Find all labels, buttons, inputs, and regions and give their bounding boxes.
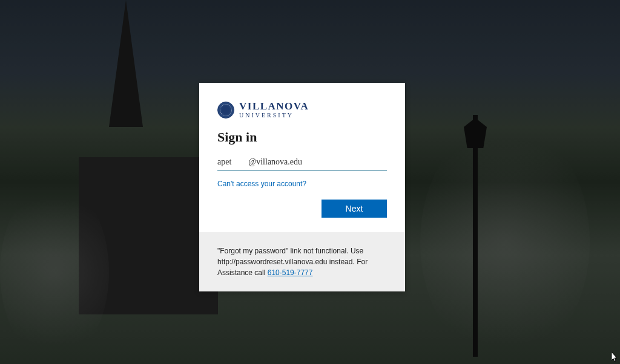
button-row: Next xyxy=(217,200,387,218)
university-seal-icon xyxy=(217,102,234,119)
login-card: VILLANOVA UNIVERSITY Sign in Can't acces… xyxy=(199,83,405,291)
email-input[interactable] xyxy=(217,155,387,171)
logo-main-text: VILLANOVA xyxy=(239,101,309,111)
signin-heading: Sign in xyxy=(217,129,387,145)
cant-access-account-link[interactable]: Can't access your account? xyxy=(217,180,306,188)
support-phone-link[interactable]: 610-519-7777 xyxy=(268,268,313,277)
logo-row: VILLANOVA UNIVERSITY xyxy=(217,101,387,119)
card-main: VILLANOVA UNIVERSITY Sign in Can't acces… xyxy=(199,83,405,232)
logo-sub-text: UNIVERSITY xyxy=(239,112,309,119)
next-button[interactable]: Next xyxy=(322,200,387,218)
card-footer: "Forgot my password" link not functional… xyxy=(199,232,405,291)
logo-text: VILLANOVA UNIVERSITY xyxy=(239,101,309,119)
